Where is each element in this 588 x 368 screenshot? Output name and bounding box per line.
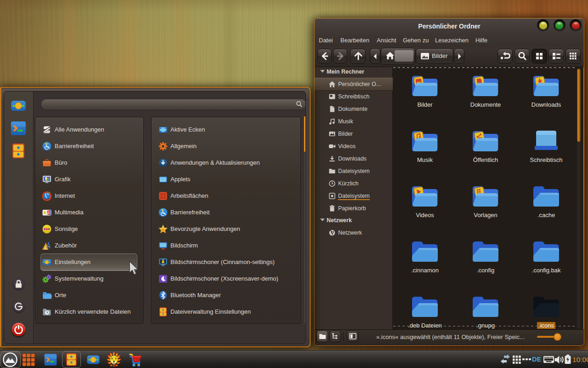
svg-text:A: A bbox=[162, 227, 164, 231]
